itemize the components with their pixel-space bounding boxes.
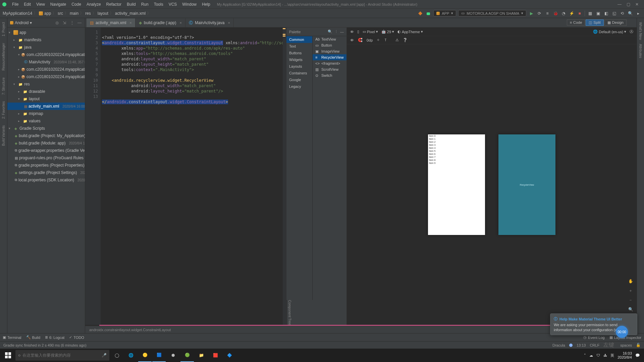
tree-drawable[interactable]: ▸📁drawable: [7, 88, 85, 95]
status-caret-pos[interactable]: 13:13: [577, 343, 586, 347]
tray-ime[interactable]: 英: [610, 353, 614, 358]
mode-split[interactable]: ◫Split: [586, 19, 603, 26]
attributes-toggle-icon[interactable]: Ⓐ: [630, 29, 633, 34]
design-preview-frame[interactable]: Item 0 Item 1 Item 2 Item 3 Item 4 Item …: [428, 134, 485, 235]
palette-cat-legacy[interactable]: Legacy: [286, 83, 312, 90]
taskbar-app-hex[interactable]: ⬢: [166, 349, 180, 362]
help-icon[interactable]: ▸: [635, 10, 641, 16]
start-button[interactable]: [1, 349, 15, 362]
tab-logcat[interactable]: ≣ 6: Logcat: [45, 335, 64, 340]
menu-build[interactable]: Build: [124, 1, 139, 8]
tree-proguard[interactable]: ▤proguard-rules.pro (ProGuard Rules fo: [7, 154, 85, 162]
run-config-dropdown[interactable]: APP ▾: [433, 10, 456, 16]
palette-item-recyclerview[interactable]: ≡RecyclerView: [313, 54, 346, 60]
menu-code[interactable]: Code: [69, 1, 84, 8]
zoom-out-icon[interactable]: －: [627, 297, 634, 303]
tab-build-gradle[interactable]: ◆build.gradle (:app)×: [136, 18, 185, 27]
project-view-dropdown[interactable]: Android ▾: [10, 20, 32, 25]
taskbar-search-input[interactable]: [22, 353, 100, 358]
close-icon[interactable]: ×: [228, 21, 230, 25]
window-maximize-icon[interactable]: ▢: [626, 2, 631, 7]
tray-clock[interactable]: 16:03 2020/8/4: [618, 351, 632, 359]
tree-values[interactable]: ▸📁values: [7, 117, 85, 125]
menu-refactor[interactable]: Refactor: [104, 1, 124, 8]
taskbar-app[interactable]: 🟥: [209, 349, 222, 362]
palette-cat-text[interactable]: Text: [286, 43, 312, 50]
design-eye-icon[interactable]: 👁: [350, 30, 354, 34]
api-selector[interactable]: 🤖 29 ▾: [381, 29, 394, 34]
resource-manager-icon[interactable]: ◧: [603, 10, 609, 16]
breadcrumb-file[interactable]: activity_main.xml: [115, 11, 146, 16]
tab-main-activity[interactable]: ⒸMainActivity.java×: [185, 18, 234, 27]
recording-timer-bubble[interactable]: 00:00: [616, 326, 628, 338]
tree-pkg-main[interactable]: ▾📦com.c201801020224.myapplication: [7, 51, 85, 58]
menu-analyze[interactable]: Analyze: [84, 1, 104, 8]
menu-edit[interactable]: Edit: [21, 1, 34, 8]
tree-build-gradle-project[interactable]: ◆build.gradle (Project: My_Application)2: [7, 132, 85, 139]
tree-pkg-test[interactable]: ▸📦com.c201801020224.myapplication (t: [7, 73, 85, 80]
window-close-icon[interactable]: ✕: [635, 2, 639, 7]
tray-cloud-icon[interactable]: ☁: [589, 353, 593, 358]
hide-icon[interactable]: —: [340, 30, 344, 34]
toolwin-build-variants[interactable]: Build Variants: [2, 123, 5, 148]
menu-vcs[interactable]: VCS: [166, 1, 180, 8]
stop-button-icon[interactable]: ■: [577, 10, 583, 16]
toolwin-favorites[interactable]: 2: Favorites: [2, 99, 5, 121]
taskbar-cortana[interactable]: ◯: [110, 349, 123, 362]
tree-java[interactable]: ▾📁java: [7, 44, 85, 51]
tree-gradle-props[interactable]: ⧉gradle.properties (Project Properties)2: [7, 162, 85, 169]
taskbar-search[interactable]: ○ 🎤: [15, 350, 109, 361]
taskbar-android-studio[interactable]: 🟢: [180, 349, 194, 362]
infer-icon[interactable]: ✧: [377, 38, 380, 42]
tree-mipmap[interactable]: ▸📁mipmap: [7, 110, 85, 117]
tray-security-icon[interactable]: 🛡: [596, 353, 600, 357]
tree-settings-gradle[interactable]: ◆settings.gradle (Project Settings)2020/…: [7, 169, 85, 176]
taskbar-app-diamond[interactable]: 🔷: [223, 349, 236, 362]
menu-view[interactable]: View: [34, 1, 48, 8]
pan-icon[interactable]: ✋: [627, 278, 634, 285]
breadcrumb-layout[interactable]: layout: [98, 11, 108, 16]
zoom-in-icon[interactable]: ＋: [627, 287, 634, 294]
taskbar-screenrec[interactable]: 🟦: [152, 349, 166, 362]
tab-eventlog[interactable]: ◷ Event Log: [583, 335, 605, 340]
menu-navigate[interactable]: Navigate: [48, 1, 69, 8]
status-lock-icon[interactable]: 🔓: [636, 343, 641, 347]
palette-item-switch[interactable]: ⊙Switch: [313, 72, 346, 78]
warnings-icon[interactable]: ⚠: [395, 38, 399, 42]
menu-help[interactable]: Help: [199, 1, 213, 8]
visibility-icon[interactable]: 👁: [350, 38, 354, 42]
tray-network-icon[interactable]: 🖧: [603, 353, 607, 357]
taskbar-chrome[interactable]: 🟡: [138, 349, 152, 362]
status-theme[interactable]: Dracula: [552, 343, 565, 347]
profiler-icon[interactable]: ◔: [560, 10, 567, 16]
toolwin-resource-manager[interactable]: ResourceManager: [2, 41, 5, 72]
orientation-icon[interactable]: ▯: [357, 29, 359, 34]
palette-item-imageview[interactable]: ▣ImageView: [313, 48, 346, 54]
taskbar-explorer[interactable]: 📁: [195, 349, 208, 362]
clear-icon[interactable]: Ｔ: [384, 38, 387, 43]
close-icon[interactable]: ×: [180, 21, 182, 25]
menu-tools[interactable]: Tools: [151, 1, 166, 8]
tree-build-gradle-module[interactable]: ◆build.gradle (Module: app)2020/8/4 15: [7, 139, 85, 147]
status-line-sep[interactable]: CRLF: [590, 343, 599, 347]
palette-item-fragment[interactable]: <><fragment>: [313, 60, 346, 66]
make-icon[interactable]: [417, 10, 423, 16]
tree-app[interactable]: ▾app: [7, 29, 85, 36]
breadcrumb-src[interactable]: src: [58, 11, 63, 16]
status-indent[interactable]: spaces: [620, 343, 632, 347]
search-icon[interactable]: 🔍: [328, 29, 332, 34]
search-icon[interactable]: 🔍: [627, 10, 633, 16]
mode-code[interactable]: ≡Code: [567, 19, 585, 25]
tab-build[interactable]: 🔨 Build: [26, 335, 40, 340]
tree-gradle-scripts[interactable]: ▾◆Gradle Scripts: [7, 125, 85, 132]
toolwin-whatsnew[interactable]: What's New: [639, 20, 642, 42]
palette-item-textview[interactable]: AbTextView: [313, 36, 346, 42]
component-tree-strip[interactable]: Component Tree: [286, 300, 292, 325]
taskbar-edge[interactable]: 🌐: [124, 349, 138, 362]
menu-file[interactable]: File: [9, 1, 21, 8]
palette-cat-buttons[interactable]: Buttons: [286, 50, 312, 56]
breadcrumb-root[interactable]: MyApplication14: [3, 11, 32, 16]
tab-todo[interactable]: ✓ TODO: [69, 335, 84, 340]
android-icon[interactable]: [425, 10, 431, 16]
collapse-icon[interactable]: ⇲: [63, 20, 67, 25]
